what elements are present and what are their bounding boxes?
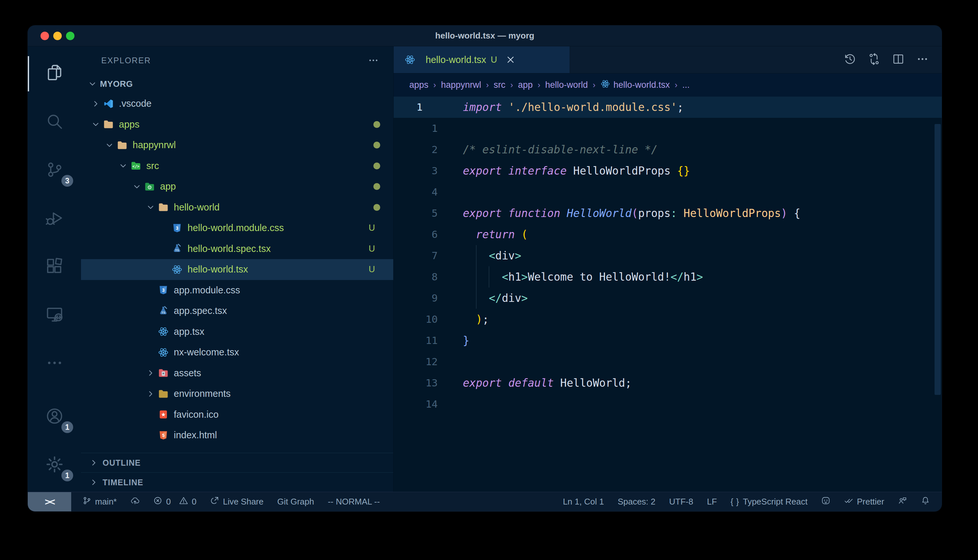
tree-item-happynrwl[interactable]: happynrwl xyxy=(81,135,393,156)
status-item-prettier[interactable]: Prettier xyxy=(844,496,884,507)
status-item-normal[interactable]: -- NORMAL -- xyxy=(328,497,379,507)
status-item-live-share[interactable]: Live Share xyxy=(210,496,263,507)
tree-item-app[interactable]: app xyxy=(81,176,393,197)
code-editor[interactable]: 1import './hello-world.module.css';12/* … xyxy=(394,97,942,492)
activity-item-remote-explorer[interactable] xyxy=(28,291,81,339)
code-line[interactable]: 9 </div> xyxy=(394,288,942,309)
tree-item-app-spec-tsx[interactable]: TSapp.spec.tsx xyxy=(81,300,393,322)
line-number: 4 xyxy=(394,182,438,203)
status-item-utf-8[interactable]: UTF-8 xyxy=(669,497,694,507)
sidebar-bottom-sections: OUTLINETIMELINE xyxy=(81,453,393,492)
breadcrumb-item-more[interactable]: ... xyxy=(682,80,690,90)
tree-item-app-tsx[interactable]: app.tsx xyxy=(81,322,393,342)
tree-item-app-module-css[interactable]: 3app.module.css xyxy=(81,280,393,301)
activity-item-run-debug[interactable] xyxy=(28,195,81,243)
activity-item-explorer[interactable] xyxy=(28,50,81,98)
live-share-icon xyxy=(210,496,219,507)
activity-item-accounts[interactable]: 1 xyxy=(28,393,81,441)
breadcrumb-item-happynrwl[interactable]: happynrwl xyxy=(441,80,481,90)
status-item-spaces-2[interactable]: Spaces: 2 xyxy=(618,497,655,507)
code-line[interactable]: 3export interface HelloWorldProps {} xyxy=(394,160,942,182)
tree-item-favicon-ico[interactable]: ★favicon.ico xyxy=(81,404,393,425)
react-icon xyxy=(171,263,183,276)
section-timeline[interactable]: TIMELINE xyxy=(81,472,393,492)
editor-group: hello-world.tsx U apps›happynrwl›src›app… xyxy=(394,46,942,492)
history-button[interactable] xyxy=(844,53,856,67)
code-line[interactable]: 11} xyxy=(394,330,942,351)
compare-changes-button[interactable] xyxy=(868,53,880,67)
close-tab-button[interactable] xyxy=(506,55,515,65)
code-line[interactable]: 2/* eslint-disable-next-line */ xyxy=(394,139,942,160)
status-item-octoface[interactable] xyxy=(821,496,830,507)
chevron-down-icon xyxy=(87,79,97,89)
code-line-current[interactable]: 1import './hello-world.module.css'; xyxy=(394,97,942,118)
activity-item-more-actions[interactable] xyxy=(28,339,81,388)
code-line[interactable]: 12 xyxy=(394,351,942,372)
code-line[interactable]: 5export function HelloWorld(props: Hello… xyxy=(394,203,942,224)
svg-text:3: 3 xyxy=(162,288,165,293)
breadcrumb-item-file[interactable]: hello-world.tsx xyxy=(600,79,670,91)
explorer-more-actions-button[interactable] xyxy=(368,55,379,66)
tree-item-nx-welcome-tsx[interactable]: nx-welcome.tsx xyxy=(81,342,393,363)
line-number: 5 xyxy=(394,203,438,224)
react-icon xyxy=(157,346,169,358)
tree-item-apps[interactable]: apps xyxy=(81,114,393,135)
folder-env-icon xyxy=(157,388,169,400)
section-outline[interactable]: OUTLINE xyxy=(81,453,393,472)
status-item-typescript-react[interactable]: { }TypeScript React xyxy=(731,497,808,507)
code-line[interactable]: 8 <h1>Welcome to HelloWorld!</h1> xyxy=(394,266,942,288)
status-item-feedback[interactable] xyxy=(898,496,907,507)
remote-explorer-icon xyxy=(45,305,64,325)
tree-item-hello-world-spec-tsx[interactable]: TShello-world.spec.tsxU xyxy=(81,238,393,260)
tree-item-src[interactable]: </>src xyxy=(81,156,393,177)
code-line[interactable]: 13export default HelloWorld; xyxy=(394,372,942,393)
activity-item-extensions[interactable] xyxy=(28,243,81,291)
tree-item-hello-world-module-css[interactable]: 3hello-world.module.cssU xyxy=(81,218,393,238)
more-button[interactable] xyxy=(916,53,929,67)
tree-item-hello-world-tsx[interactable]: hello-world.tsxU xyxy=(81,259,393,280)
breadcrumb-item-src[interactable]: src xyxy=(493,80,505,90)
status-item-ln-1-col-1[interactable]: Ln 1, Col 1 xyxy=(563,497,604,507)
breadcrumb-item-app[interactable]: app xyxy=(518,80,533,90)
status-item-lf[interactable]: LF xyxy=(707,497,717,507)
code-line[interactable]: 6 return ( xyxy=(394,224,942,245)
code-line[interactable]: 7 <div> xyxy=(394,245,942,266)
code-line[interactable]: 14 xyxy=(394,393,942,415)
activity-item-source-control[interactable]: 3 xyxy=(28,146,81,195)
editor-scrollbar[interactable] xyxy=(935,124,941,395)
chevron-down-icon xyxy=(132,182,142,192)
tree-item-hello-world[interactable]: hello-world xyxy=(81,197,393,218)
status-left: main*00Live ShareGit Graph-- NORMAL -- xyxy=(71,496,380,507)
remote-indicator[interactable]: >< xyxy=(28,492,71,512)
tree-item-label: app.tsx xyxy=(174,326,204,337)
split-editor-button[interactable] xyxy=(892,53,904,67)
workspace-name: MYORG xyxy=(100,79,133,89)
status-item-main[interactable]: main* xyxy=(82,496,117,507)
status-item-cloud-upload[interactable] xyxy=(130,496,139,507)
tab-label: hello-world.tsx xyxy=(426,55,486,65)
tree-item-assets[interactable]: assets xyxy=(81,363,393,384)
activity-item-settings[interactable]: 1 xyxy=(28,441,81,489)
breadcrumb-item-hello-world[interactable]: hello-world xyxy=(545,80,588,90)
feedback-icon xyxy=(898,496,907,507)
chevron-down-icon xyxy=(146,202,155,212)
code-line[interactable]: 4 xyxy=(394,182,942,203)
breadcrumb-separator: › xyxy=(593,80,595,90)
code-line[interactable]: 10 ); xyxy=(394,309,942,330)
tree-item--vscode[interactable]: .vscode xyxy=(81,93,393,114)
tree-item-index-html[interactable]: 5index.html xyxy=(81,425,393,446)
status-item-bell[interactable] xyxy=(921,496,930,507)
badge: 1 xyxy=(62,470,73,482)
status-item-0[interactable]: 00 xyxy=(153,496,196,507)
breadcrumb-item-apps[interactable]: apps xyxy=(409,80,428,90)
code-line[interactable]: 1 xyxy=(394,118,942,139)
status-item-git-graph[interactable]: Git Graph xyxy=(278,497,314,507)
tab-hello-world-tsx[interactable]: hello-world.tsx U xyxy=(394,46,570,73)
workspace-section-header[interactable]: MYORG xyxy=(81,74,393,93)
activity-item-search[interactable] xyxy=(28,98,81,146)
tree-item-label: hello-world.module.css xyxy=(187,223,284,233)
react-icon xyxy=(404,53,416,66)
accounts-icon xyxy=(45,407,64,427)
tree-item-environments[interactable]: environments xyxy=(81,383,393,404)
chevron-spacer xyxy=(146,430,155,440)
